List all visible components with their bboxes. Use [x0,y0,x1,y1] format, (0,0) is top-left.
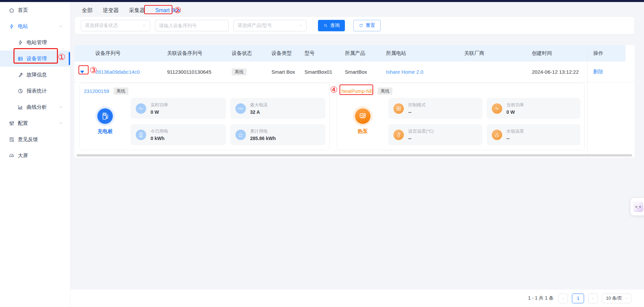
chevron-down-icon [59,105,63,109]
sidebar-item-big-screen[interactable]: 大屏 [0,147,70,164]
col-linked-serial: 关联设备序列号 [167,50,232,57]
thermometer-icon [393,130,404,140]
sidebar-item-label: 大屏 [18,152,28,159]
feedback-float-widget[interactable]: >_< [631,198,644,215]
product-value: SmartBox [345,69,386,75]
chevron-up-icon [59,24,63,28]
sidebar-item-device-manage[interactable]: 设备管理 [0,50,70,67]
col-serial: 设备序列号 [95,50,167,57]
pagination: 1 - 1 共 1 条 1 10 条/页 [528,289,632,307]
sidebar-item-home[interactable]: 首页 [0,2,70,18]
stat-total-energy: 累计用电 285.86 kWh [230,124,326,145]
tab-collector[interactable]: 采集器 [128,6,146,15]
stat-today-energy: 今日用电 0 kWh [131,124,226,145]
caret-down-icon [80,71,84,73]
water-tank-icon [492,130,502,140]
sidebar-item-station[interactable]: 电站 [0,18,70,34]
row-expand-button[interactable] [80,69,87,75]
emoticon-face: >_< [633,202,643,212]
search-button-label: 查询 [330,23,340,29]
refresh-icon [359,23,363,28]
sidebar-item-label: 配置 [18,120,28,127]
status-badge: 离线 [232,68,247,75]
linked-serial-value: 9112300110130645 [167,69,232,75]
col-product: 所属产品 [345,50,386,57]
device-table: 设备序列号 关联设备序列号 设备状态 设备类型 型号 所属产品 所属电站 关联厂… [74,45,635,158]
chevron-left-icon [561,297,565,300]
sidebar-item-feedback[interactable]: 意见反馈 [0,131,70,147]
sidebar-item-curve-analysis[interactable]: 曲线分析 [0,99,70,115]
stat-tank-temperature: 水箱温度 -- [487,124,581,145]
chevron-right-icon [591,297,595,300]
device-status-select[interactable]: 请选择设备状态 [81,20,150,31]
charger-icon [97,108,113,124]
reset-button-label: 重置 [366,23,375,29]
page-size-select[interactable]: 10 条/页 [602,294,632,303]
search-button[interactable]: 查询 [318,20,345,31]
sidebar-item-config[interactable]: 配置 [0,115,70,131]
device-serial-link[interactable]: 28136a09dabc14c0 [95,69,140,75]
tab-smart-box[interactable]: Smart Box [154,7,182,14]
col-action: 操作 [588,50,603,57]
sidebar-item-report-stats[interactable]: 报表统计 [0,83,70,99]
col-vendor: 关联厂商 [464,50,532,57]
current-meter-icon [235,103,246,114]
sidebar-item-label: 意见反馈 [18,136,38,143]
product-model-placeholder: 请选择产品/型号 [237,23,272,29]
station-link[interactable]: Ishare Home 2.0 [386,69,423,75]
chevron-down-icon [624,297,628,300]
area-chart-icon [18,104,23,110]
chevron-down-icon [59,121,63,125]
sidebar-item-label: 首页 [18,7,28,13]
table-row: 28136a09dabc14c0 9112300110130645 离线 Sma… [74,62,587,82]
home-icon [9,7,14,13]
col-model: 型号 [304,50,345,57]
charger-status-badge: 离线 [114,88,128,95]
page-number-button[interactable]: 1 [572,294,584,303]
pie-chart-icon [18,88,23,94]
fixed-action-column: 操作 删除 [587,45,635,158]
product-model-select[interactable]: 请选择产品/型号 [233,20,307,31]
chevron-down-icon [298,24,302,28]
charger-card: 231200159 离线 充电桩 实时功率 0 W [79,83,330,150]
stat-control-mode: 控制模式 -- [388,98,482,119]
next-page-button[interactable] [588,294,598,303]
reset-button[interactable]: 重置 [353,20,381,31]
device-list-icon [18,56,23,62]
sidebar-item-label: 电站 [18,23,28,30]
sidebar-item-station-manage[interactable]: 电站管理 [0,34,70,50]
charger-serial-link[interactable]: 231200159 [84,88,109,94]
power-wave-icon [492,103,502,114]
col-status: 设备状态 [232,50,271,57]
charger-type-label: 充电桩 [98,128,113,135]
col-station: 所属电站 [386,50,464,57]
sidebar-item-label: 设备管理 [27,56,47,62]
sidebar: 首页 电站 电站管理 设备管理 故障信息 报表统计 曲线分析 配置 意见反馈 大… [0,2,70,307]
page-size-value: 10 条/页 [606,295,622,301]
power-wave-icon [136,103,146,114]
prev-page-button[interactable] [558,294,568,303]
sidebar-item-label: 曲线分析 [27,104,47,110]
sidebar-item-label: 报表统计 [27,88,47,94]
search-icon [323,23,328,28]
created-at-value: 2024-06-12 13:12:22 [532,69,587,75]
sidebar-item-fault-info[interactable]: 故障信息 [0,67,70,83]
lightning-icon [9,24,14,29]
heatpump-name[interactable]: heatPump-NE [342,88,373,94]
device-type-tabs: 全部 逆变器 采集器 Smart Box [81,5,182,16]
filter-bar: 请选择设备状态 请选择产品/型号 查询 重置 [74,16,635,34]
stat-max-current: 最大电流 32 A [230,98,326,119]
delete-button[interactable]: 删除 [593,69,603,75]
lamp-icon [235,130,246,140]
mode-grid-icon [393,103,404,114]
tab-all[interactable]: 全部 [81,6,94,15]
serial-search-input[interactable] [155,20,229,31]
stat-current-power: 当前功率 0 W [487,98,581,119]
device-status-placeholder: 请选择设备状态 [85,23,118,29]
col-created-at: 创建时间 [532,50,587,57]
horizontal-scrollbar[interactable] [76,154,632,157]
main-content: 全部 逆变器 采集器 Smart Box 请选择设备状态 请选择产品/型号 查询… [70,2,644,307]
heatpump-type-label: 热泵 [358,128,368,135]
tab-inverter[interactable]: 逆变器 [102,6,120,15]
heatpump-status-badge: 离线 [378,88,392,95]
